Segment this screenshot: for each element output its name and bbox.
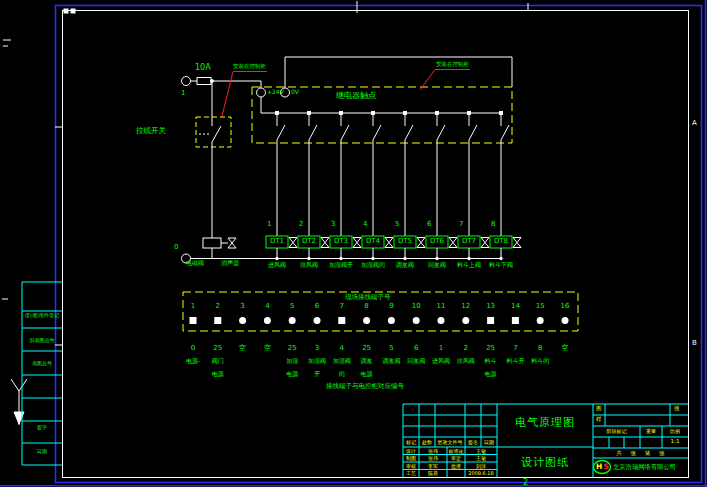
zerov-label: 0V — [291, 89, 299, 95]
terminal-label: 电源 — [205, 371, 231, 377]
sign-cell: 标准化 — [447, 449, 465, 454]
terminal-point — [190, 317, 197, 324]
terminal-point — [487, 317, 494, 324]
common-terminal-label: 0 — [174, 244, 178, 251]
terminal-number: 11 — [432, 303, 450, 310]
supply-circuit — [182, 57, 513, 263]
dt-label: 料斗下阀 — [485, 262, 517, 268]
terminal-point — [363, 317, 370, 324]
sign-cell: 审核 — [403, 464, 419, 469]
sign-cell: 王敏 — [465, 456, 497, 461]
fuse-rating-label: 10A — [195, 64, 211, 72]
terminal-label: 闭 — [329, 371, 355, 377]
dt-label: 回浆阀 — [421, 262, 453, 268]
muffler-label: 消声器 — [221, 260, 239, 266]
title-small-cell-1: 图 — [596, 406, 602, 412]
terminal-number: 12 — [457, 303, 475, 310]
left-strip-row-label: 借(通)用件登记 — [22, 313, 62, 318]
zone-letter-a: A — [692, 120, 697, 127]
terminal-label: 电源 — [279, 371, 305, 377]
sign-cell: 李军 — [419, 464, 447, 469]
install-note-left: 安装在控制柜 — [233, 64, 266, 70]
logo-letter-2: S — [604, 463, 609, 471]
terminal-point — [388, 317, 395, 324]
terminal-label: 调浆阀 — [378, 358, 404, 364]
terminal-wire-number: 25 — [482, 345, 500, 352]
source-terminal-symbol — [182, 77, 191, 86]
terminal-strip-note: 接线端子与电控柜对应编号 — [326, 383, 404, 390]
terminal-number: 8 — [358, 303, 376, 310]
cad-drawing-canvas[interactable]: 10A 1 0 +24V 0V 拉线开关 安装在控制柜 安装在控制柜 继电器触点… — [0, 0, 707, 487]
terminal-point — [562, 317, 569, 324]
terminal-label: 开 — [304, 371, 330, 377]
dt-tag: DT1 — [266, 238, 288, 245]
terminal-number: 6 — [308, 303, 326, 310]
terminal-label: 料斗闭 — [527, 358, 553, 364]
title-small-cell-3: 样 — [596, 417, 602, 423]
left-strip-row-label: 日期 — [22, 449, 62, 454]
dt-tag: DT2 — [298, 238, 320, 245]
install-note-right: 安装在控制柜 — [436, 62, 469, 68]
terminal-strip-title: 现场接线端子号 — [345, 294, 391, 301]
terminal-point — [289, 317, 296, 324]
dt-label: 加湿阀闭 — [357, 262, 389, 268]
terminal-label: 电源- — [180, 358, 206, 364]
terminal-number: 4 — [258, 303, 276, 310]
scale-value: 1:1 — [662, 439, 688, 445]
rev-header-cell: 更改文件号 — [435, 440, 465, 445]
terminal-label: 加湿阀 — [329, 358, 355, 364]
terminal-number: 10 — [407, 303, 425, 310]
terminal-number: 3 — [234, 303, 252, 310]
company-name: 北京浩瑞网络有限公司 — [613, 464, 676, 471]
terminal-point — [214, 317, 221, 324]
terminal-number: 7 — [333, 303, 351, 310]
branch-wire-number: 1 — [267, 221, 271, 228]
rev-header-cell: 标记 — [403, 440, 419, 445]
terminal-number: 15 — [531, 303, 549, 310]
sign-cell: 王敏 — [465, 449, 497, 454]
terminal-label: 调浆 — [354, 358, 380, 364]
source-terminal-label: 1 — [181, 90, 185, 97]
terminal-label: 加湿 — [279, 358, 305, 364]
branch-wire-number: 5 — [395, 221, 399, 228]
terminal-point — [338, 317, 345, 324]
terminal-wire-number: 25 — [283, 345, 301, 352]
rev-header-cell: 处数 — [419, 440, 435, 445]
relay-box-label: 继电器触点 — [336, 92, 376, 100]
dt-label: 进风阀 — [261, 262, 293, 268]
margin-marks — [2, 40, 27, 425]
branch-wire-number: 7 — [459, 221, 463, 228]
rev-header-cell: 签名 — [465, 440, 481, 445]
terminal-number: 1 — [184, 303, 202, 310]
solenoid-label: 电磁阀 — [186, 260, 204, 266]
zone-number-2: 2 — [523, 479, 528, 487]
solenoid-symbol — [203, 238, 221, 248]
logo-letter-1: H — [596, 463, 602, 471]
terminal-wire-number: 6 — [407, 345, 425, 352]
sign-cell: 制图 — [403, 456, 419, 461]
branch-wire-number: 2 — [299, 221, 303, 228]
stage-header-cell: 比例 — [662, 429, 688, 434]
schematic-linework — [0, 0, 707, 487]
plus24v-terminal-symbol — [257, 88, 266, 97]
pull-switch-label: 拉线开关 — [136, 127, 166, 135]
sign-cell: 张伟 — [419, 449, 447, 454]
terminal-point — [314, 317, 321, 324]
left-strip-row-label: 底图总号 — [22, 361, 62, 366]
relay-contact-box — [252, 87, 512, 143]
terminal-wire-number: 0 — [184, 345, 202, 352]
dt-label: 加湿阀开 — [325, 262, 357, 268]
left-strip-row-label: 签字 — [22, 425, 62, 430]
terminal-number: 13 — [482, 303, 500, 310]
terminal-point — [438, 317, 445, 324]
left-strip-row-label: 旧底图总号 — [22, 338, 62, 343]
fuse-symbol — [197, 78, 211, 85]
terminal-wire-number: 8 — [531, 345, 549, 352]
sheet-info: 共 张 第 张 — [593, 451, 688, 457]
terminal-wire-number: 25 — [209, 345, 227, 352]
branch-wire-number: 3 — [331, 221, 335, 228]
stage-header-cell: 重量 — [640, 429, 662, 434]
terminal-number: 5 — [283, 303, 301, 310]
terminal-wire-number: 空 — [556, 345, 574, 352]
branch-wire-number: 4 — [363, 221, 367, 228]
